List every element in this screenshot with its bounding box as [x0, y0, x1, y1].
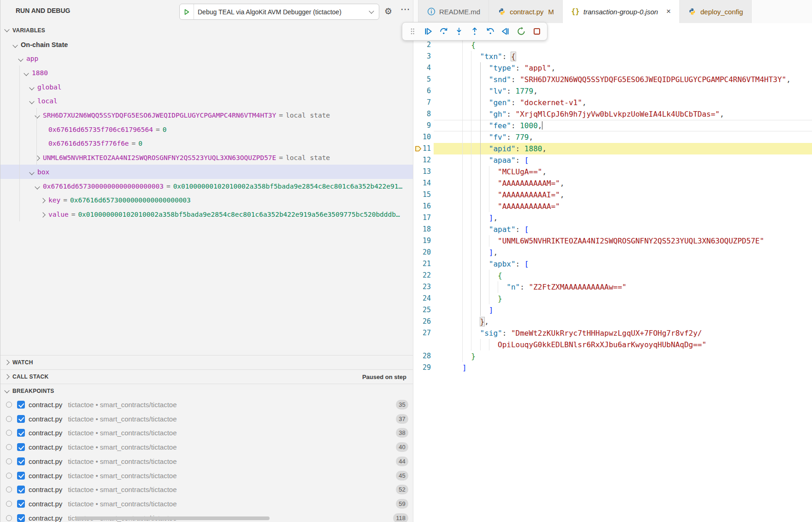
line-number-badge: 40 [396, 442, 408, 452]
variable-row[interactable]: 0x67616d65735f706c61796564=0 [0, 122, 413, 136]
line-number[interactable]: 13 [413, 166, 431, 178]
breakpoint-checkbox[interactable] [17, 457, 25, 465]
breakpoint-row[interactable]: contract.pytictactoe • smart_contracts/t… [0, 397, 413, 412]
variable-row[interactable]: 1880 [0, 65, 413, 80]
line-number[interactable]: 7 [413, 97, 431, 108]
line-number[interactable]: 9 [413, 120, 431, 131]
chevron-down-icon[interactable] [29, 83, 35, 91]
breakpoint-file: contract.py [29, 443, 62, 451]
variable-row[interactable]: UNML6W5NVHRIKTEOZAA4NI2SWQROSGNFNY2QS523… [0, 151, 413, 165]
line-number[interactable]: 10 [413, 131, 431, 143]
indent-guide [471, 270, 471, 281]
step-into-button[interactable] [453, 25, 465, 38]
breakpoint-row[interactable]: contract.pytictactoe • smart_contracts/t… [0, 426, 413, 440]
breakpoint-checkbox[interactable] [17, 429, 25, 437]
line-number[interactable]: 22 [413, 270, 431, 281]
call-stack-section-header[interactable]: CALL STACK Paused on step [0, 369, 413, 384]
line-number[interactable]: 16 [413, 201, 431, 212]
line-number[interactable]: 2 [413, 39, 431, 51]
step-out-button[interactable] [469, 25, 481, 38]
close-icon[interactable]: × [666, 7, 671, 16]
breakpoint-row[interactable]: contract.pytictactoe • smart_contracts/t… [0, 469, 413, 483]
step-over-button[interactable] [437, 25, 450, 38]
chevron-right-icon[interactable] [40, 211, 46, 218]
line-number[interactable]: 29 [413, 362, 431, 374]
breakpoint-row[interactable]: contract.pytictactoe • smart_contracts/t… [0, 440, 413, 454]
chevron-down-icon[interactable] [12, 41, 18, 48]
line-number[interactable]: 17 [413, 212, 431, 224]
line-number[interactable]: 26 [413, 316, 431, 327]
indent-guide [471, 108, 471, 120]
breakpoint-checkbox[interactable] [17, 443, 25, 451]
line-number-badge: 52 [396, 485, 408, 494]
more-actions-icon[interactable]: ⋯ [400, 4, 411, 15]
breakpoint-row[interactable]: contract.pytictactoe • smart_contracts/t… [0, 497, 413, 511]
chevron-right-icon[interactable] [40, 196, 46, 204]
step-back-button[interactable] [484, 25, 496, 38]
line-number[interactable]: 6 [413, 85, 431, 97]
line-number[interactable]: 24 [413, 293, 431, 304]
code-editor[interactable]: 1[2{3"txn": {4"type": "appl",5"snd": "SR… [413, 23, 812, 522]
line-number[interactable]: 18 [413, 224, 431, 235]
debug-config-dropdown[interactable]: Debug TEAL via AlgoKit AVM Debugger (tic… [179, 4, 379, 20]
token-num: 1000 [520, 121, 538, 130]
breakpoint-checkbox[interactable] [17, 514, 25, 522]
chevron-right-icon[interactable] [34, 154, 41, 161]
line-number[interactable]: 5 [413, 74, 431, 85]
breakpoint-checkbox[interactable] [17, 415, 25, 423]
chevron-down-icon[interactable] [29, 97, 35, 105]
variable-row[interactable]: 0x67616d6573000000000000000003=0x0100000… [0, 179, 413, 193]
chevron-down-icon[interactable] [18, 55, 24, 62]
line-number[interactable]: 3 [413, 51, 431, 62]
chevron-down-icon[interactable] [34, 183, 41, 190]
line-number-badge: 45 [396, 471, 408, 480]
variable-row[interactable]: SRH6D7XU2N6WQQ5SSYDQFG5ESO6JWEQIDPGLUGYC… [0, 108, 413, 123]
line-number[interactable]: 28 [413, 350, 431, 362]
continue-button[interactable] [422, 25, 435, 38]
variable-row[interactable]: value=0x010000000102010002a358bf5bada9e2… [0, 207, 413, 221]
line-number[interactable]: 15 [413, 189, 431, 201]
chevron-down-icon[interactable] [34, 112, 41, 119]
line-number[interactable]: 4 [413, 62, 431, 74]
scope-row[interactable]: On-chain State [0, 37, 413, 52]
tab-transaction-group-0.json[interactable]: {}transaction-group-0.json× [563, 0, 680, 23]
reverse-continue-button[interactable] [500, 25, 512, 38]
tab-deploy_config[interactable]: deploy_config [680, 0, 752, 23]
line-number[interactable]: 27 [413, 327, 431, 339]
breakpoint-row[interactable]: contract.pytictactoe • smart_contracts/t… [0, 412, 413, 426]
breakpoints-section-header[interactable]: BREAKPOINTS [0, 384, 413, 398]
watch-section-header[interactable]: WATCH [0, 355, 413, 369]
stop-button[interactable] [530, 25, 543, 38]
tab-README.md[interactable]: README.md [418, 0, 489, 23]
variable-row[interactable]: app [0, 52, 413, 66]
variables-section-header[interactable]: VARIABLES [0, 23, 413, 37]
breakpoint-checkbox[interactable] [17, 500, 25, 508]
variable-row[interactable]: key=0x67616d6573000000000000000003 [0, 193, 413, 208]
breakpoint-checkbox[interactable] [17, 486, 25, 493]
restart-button[interactable] [515, 25, 528, 38]
start-debug-icon[interactable] [180, 4, 194, 19]
horizontal-scrollbar[interactable] [76, 516, 270, 520]
indent-guide [471, 131, 471, 143]
breakpoint-checkbox[interactable] [17, 472, 25, 480]
chevron-down-icon[interactable] [29, 168, 35, 176]
variable-row[interactable]: local [0, 94, 413, 108]
line-number[interactable]: 23 [413, 281, 431, 293]
variable-row[interactable]: box [0, 165, 413, 179]
gear-icon[interactable]: ⚙ [384, 6, 392, 17]
line-number[interactable]: 8 [413, 108, 431, 120]
code-line: }, [480, 316, 489, 327]
line-number[interactable]: 21 [413, 258, 431, 270]
line-number[interactable]: 19 [413, 235, 431, 247]
chevron-down-icon[interactable] [23, 69, 29, 77]
variable-row[interactable]: 0x67616d65735f776f6e=0 [0, 136, 413, 151]
line-number[interactable]: 14 [413, 178, 431, 189]
variable-row[interactable]: global [0, 80, 413, 94]
breakpoint-row[interactable]: contract.pytictactoe • smart_contracts/t… [0, 454, 413, 469]
line-number[interactable]: 25 [413, 304, 431, 316]
indent-guide [462, 166, 463, 178]
tab-contract.py[interactable]: contract.pyM [489, 0, 563, 23]
breakpoint-checkbox[interactable] [17, 401, 25, 409]
breakpoint-row[interactable]: contract.pytictactoe • smart_contracts/t… [0, 482, 413, 497]
line-number[interactable]: 20 [413, 247, 431, 258]
